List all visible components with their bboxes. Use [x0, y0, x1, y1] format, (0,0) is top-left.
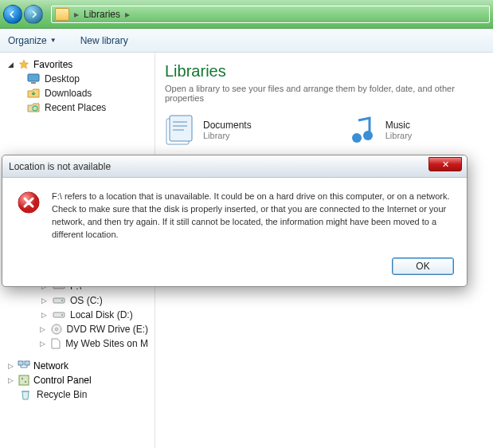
favorites-star-icon	[18, 59, 30, 70]
library-documents[interactable]: Documents Library	[165, 114, 252, 146]
svg-point-12	[55, 328, 57, 331]
svg-point-17	[25, 381, 26, 383]
page-title: Libraries	[158, 61, 493, 84]
disc-icon	[51, 324, 62, 335]
favorites-label: Favorites	[33, 59, 72, 70]
sidebar-item-downloads[interactable]: Downloads	[0, 86, 155, 100]
svg-rect-19	[170, 116, 192, 141]
sidebar-item-desktop[interactable]: Desktop	[0, 72, 155, 86]
network-label: Network	[33, 360, 68, 371]
item-label: Desktop	[45, 73, 80, 84]
expand-icon[interactable]: ▷	[40, 297, 48, 305]
dialog-body: F:\ refers to a location that is unavail…	[2, 178, 467, 250]
music-library-icon	[347, 114, 378, 146]
dialog-titlebar[interactable]: Location is not available ✕	[2, 155, 467, 178]
back-button[interactable]	[3, 5, 22, 24]
recent-places-icon	[27, 102, 40, 113]
error-icon	[17, 191, 41, 214]
toolbar: Organize ▼ New library	[0, 29, 493, 53]
svg-rect-14	[25, 361, 29, 365]
new-library-button[interactable]: New library	[80, 35, 128, 46]
network-header[interactable]: ▷ Network	[0, 359, 155, 373]
libraries-grid: Documents Library Music Library	[158, 114, 493, 146]
folder-icon	[55, 8, 69, 21]
library-kind: Library	[385, 131, 413, 140]
svg-point-16	[22, 378, 23, 379]
desktop-icon	[27, 73, 40, 84]
nav-buttons	[3, 5, 43, 24]
address-bar[interactable]: ▸ Libraries ▸	[51, 6, 490, 23]
organize-button[interactable]: Organize ▼	[8, 35, 57, 46]
controlpanel-header[interactable]: ▷ Control Panel	[0, 373, 155, 387]
library-music[interactable]: Music Library	[347, 114, 413, 146]
item-label: Downloads	[45, 88, 92, 99]
window-titlebar: ▸ Libraries ▸	[0, 0, 493, 29]
library-name: Documents	[203, 120, 252, 131]
organize-label: Organize	[8, 35, 47, 46]
dialog-footer: OK	[2, 250, 467, 286]
item-label: DVD RW Drive (E:)	[67, 324, 148, 335]
documents-library-icon	[165, 114, 195, 146]
expand-icon[interactable]: ▷	[6, 362, 14, 370]
expand-icon[interactable]: ▷	[6, 376, 14, 384]
sidebar-item-websites[interactable]: ▷ My Web Sites on M	[0, 336, 155, 351]
breadcrumb-root[interactable]: Libraries	[84, 9, 120, 20]
favorites-group: ◢ Favorites Desktop Downloads	[0, 57, 155, 115]
sidebar-item-recyclebin[interactable]: Recycle Bin	[0, 387, 155, 402]
svg-point-21	[363, 131, 373, 140]
item-label: Recycle Bin	[37, 389, 87, 400]
network-icon	[18, 360, 30, 371]
item-label: Local Disk (D:)	[70, 309, 133, 320]
svg-rect-13	[18, 361, 23, 365]
drive-icon	[53, 309, 65, 320]
expand-icon[interactable]: ▷	[40, 325, 46, 333]
svg-point-8	[61, 300, 63, 301]
favorites-header[interactable]: ◢ Favorites	[0, 57, 155, 72]
ok-button[interactable]: OK	[392, 257, 454, 275]
svg-point-20	[352, 133, 362, 143]
svg-point-10	[61, 314, 63, 316]
item-label: OS (C:)	[70, 295, 103, 306]
svg-rect-1	[31, 82, 36, 84]
close-icon: ✕	[442, 159, 449, 170]
item-label: Recent Places	[45, 102, 106, 113]
chevron-down-icon: ▼	[50, 37, 57, 44]
library-kind: Library	[203, 131, 252, 140]
dialog-title-text: Location is not available	[9, 161, 111, 172]
page-icon	[51, 338, 61, 349]
library-name: Music	[385, 120, 413, 131]
new-library-label: New library	[80, 35, 128, 46]
sidebar-item-drive-d[interactable]: ▷ Local Disk (D:)	[0, 308, 155, 322]
item-label: My Web Sites on M	[65, 338, 148, 349]
svg-rect-0	[28, 74, 39, 81]
downloads-icon	[27, 88, 40, 99]
error-dialog: Location is not available ✕ F:\ refers t…	[2, 155, 468, 287]
sidebar-item-recent-places[interactable]: Recent Places	[0, 100, 155, 115]
collapse-icon[interactable]: ◢	[6, 61, 14, 69]
recyclebin-icon	[19, 389, 32, 400]
expand-icon[interactable]: ▷	[40, 311, 48, 319]
expand-icon[interactable]: ▷	[40, 340, 46, 348]
controlpanel-label: Control Panel	[33, 375, 92, 386]
controlpanel-icon	[18, 375, 30, 386]
dialog-message: F:\ refers to a location that is unavail…	[52, 191, 452, 242]
dialog-close-button[interactable]: ✕	[428, 157, 462, 171]
drive-icon	[53, 295, 65, 306]
page-subtitle: Open a library to see your files and arr…	[158, 84, 493, 114]
forward-button[interactable]	[24, 5, 43, 24]
sidebar-item-drive-c[interactable]: ▷ OS (C:)	[0, 293, 155, 308]
svg-rect-15	[19, 375, 29, 385]
ok-label: OK	[416, 261, 429, 272]
sidebar-item-dvd-drive[interactable]: ▷ DVD RW Drive (E:)	[0, 322, 155, 336]
